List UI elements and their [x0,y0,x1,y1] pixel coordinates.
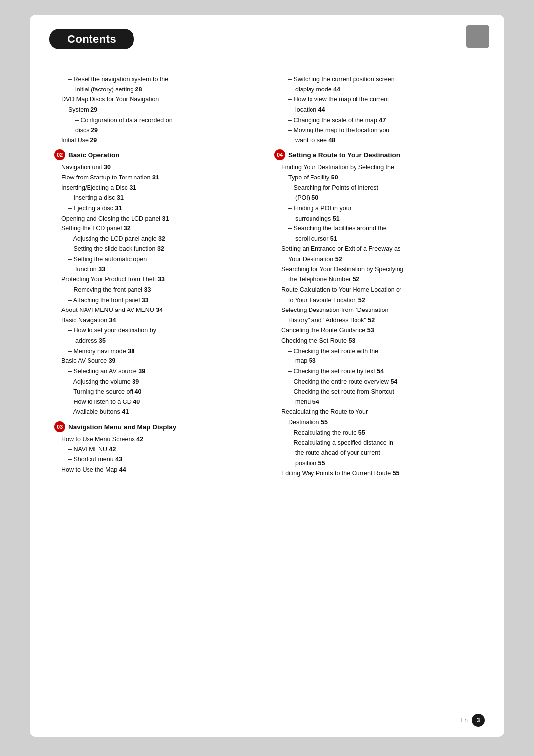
toc-line: Type of Facility 50 [274,173,480,183]
toc-line: address 35 [54,336,260,346]
toc-line: – Shortcut menu 43 [54,454,260,465]
toc-line: – Adjusting the volume 39 [54,377,260,387]
toc-line: Inserting/Ejecting a Disc 31 [54,183,260,193]
section-header: 02Basic Operation [54,149,260,160]
toc-line: Canceling the Route Guidance 53 [274,325,480,336]
left-column: – Reset the navigation system to theinit… [54,74,260,479]
toc-line: scroll cursor 51 [274,234,480,244]
section-header: 04Setting a Route to Your Destination [274,149,480,160]
toc-line: menu 54 [274,397,480,407]
section-header: 03Navigation Menu and Map Display [54,421,260,432]
toc-line: – Recalculating the route 55 [274,428,480,438]
toc-line: – Inserting a disc 31 [54,193,260,203]
toc-line: Opening and Closing the LCD panel 31 [54,214,260,224]
toc-line: Editing Way Points to the Current Route … [274,468,480,479]
toc-line: – Searching the facilities around the [274,223,480,234]
toc-line: – How to view the map of the current [274,94,480,105]
toc-line: – How to listen to a CD 40 [54,397,260,407]
toc-line: – Turning the source off 40 [54,387,260,397]
toc-line: – Configuration of data recorded on [54,115,260,126]
toc-line: the route ahead of your current [274,448,480,458]
toc-line: Searching for Your Destination by Specif… [274,265,480,275]
toc-line: Flow from Startup to Termination 31 [54,173,260,183]
section-badge: 04 [274,149,285,160]
toc-line: DVD Map Discs for Your Navigation [54,94,260,105]
content-area: – Reset the navigation system to theinit… [54,74,480,479]
footer-language: En [460,717,468,724]
toc-line: How to Use Menu Screens 42 [54,434,260,445]
toc-line: display mode 44 [274,85,480,95]
toc-line: – Ejecting a disc 31 [54,203,260,214]
toc-line: – Available buttons 41 [54,407,260,417]
toc-line: – Checking the entire route overview 54 [274,377,480,387]
toc-line: – Reset the navigation system to the [54,74,260,85]
section-title: Navigation Menu and Map Display [68,423,176,431]
toc-line: Selecting Destination from "Destination [274,305,480,315]
toc-line: map 53 [274,356,480,366]
toc-line: Setting the LCD panel 32 [54,223,260,234]
toc-line: – Memory navi mode 38 [54,346,260,356]
toc-line: – Recalculating a specified distance in [274,438,480,448]
toc-line: Initial Use 29 [54,135,260,146]
toc-line: Recalculating the Route to Your [274,407,480,417]
toc-line: – Checking the set route with the [274,346,480,356]
toc-line: (POI) 50 [274,193,480,203]
toc-line: History" and "Address Book" 52 [274,315,480,326]
page-title-box: Contents [49,29,134,49]
toc-line: Finding Your Destination by Selecting th… [274,162,480,173]
toc-line: Navigation unit 30 [54,162,260,173]
toc-line: function 33 [54,265,260,275]
toc-line: Route Calculation to Your Home Location … [274,285,480,295]
toc-line: Setting an Entrance or Exit of a Freeway… [274,244,480,254]
toc-line: the Telephone Number 52 [274,274,480,285]
toc-line: – Selecting an AV source 39 [54,366,260,377]
toc-line: System 29 [54,105,260,115]
toc-line: – Checking the set route by text 54 [274,366,480,377]
toc-line: surroundings 51 [274,214,480,224]
toc-line: – Checking the set route from Shortcut [274,387,480,397]
toc-line: – Attaching the front panel 33 [54,295,260,306]
toc-line: position 55 [274,458,480,469]
page-title: Contents [67,33,116,45]
page-corner-decoration [466,25,490,48]
toc-line: About NAVI MENU and AV MENU 34 [54,305,260,315]
toc-line: Destination 55 [274,417,480,428]
page-container: Contents – Reset the navigation system t… [30,15,504,737]
footer: En 3 [460,714,485,727]
toc-line: initial (factory) setting 28 [54,85,260,95]
toc-line: – NAVI MENU 42 [54,445,260,455]
toc-line: – Removing the front panel 33 [54,285,260,295]
toc-line: Protecting Your Product from Theft 33 [54,274,260,285]
toc-line: – Finding a POI in your [274,203,480,214]
toc-line: – Switching the current position screen [274,74,480,85]
footer-page-number: 3 [472,714,485,727]
toc-line: – Setting the automatic open [54,254,260,265]
toc-line: – Adjusting the LCD panel angle 32 [54,234,260,244]
section-title: Setting a Route to Your Destination [288,151,400,159]
toc-line: – Moving the map to the location you [274,125,480,135]
toc-line: Checking the Set Route 53 [274,336,480,346]
toc-line: Your Destination 52 [274,254,480,265]
toc-line: – Setting the slide back function 32 [54,244,260,254]
toc-line: to Your Favorite Location 52 [274,295,480,306]
right-column: – Switching the current position screend… [274,74,480,479]
toc-line: How to Use the Map 44 [54,465,260,475]
toc-line: – Searching for Points of Interest [274,183,480,193]
toc-line: Basic Navigation 34 [54,315,260,326]
toc-line: want to see 48 [274,135,480,146]
toc-line: – How to set your destination by [54,325,260,336]
toc-line: discs 29 [54,125,260,135]
toc-line: Basic AV Source 39 [54,356,260,366]
section-title: Basic Operation [68,151,120,159]
toc-line: location 44 [274,105,480,115]
toc-line: – Changing the scale of the map 47 [274,115,480,126]
section-badge: 03 [54,421,65,432]
section-badge: 02 [54,149,65,160]
